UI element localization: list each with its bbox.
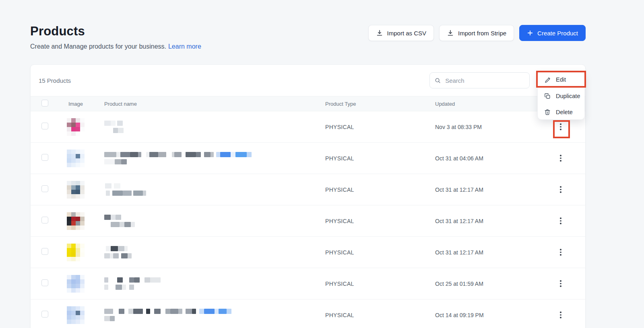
image-pixel [71, 257, 76, 261]
redacted-product-name [91, 215, 325, 227]
learn-more-link[interactable]: Learn more [168, 43, 201, 50]
row-checkbox[interactable] [41, 311, 48, 318]
redacted-block [143, 191, 146, 196]
create-product-button[interactable]: Create Product [519, 25, 586, 41]
redacted-block [131, 222, 135, 227]
redacted-block [227, 309, 231, 314]
table-row: PHYSICALOct 31 at 04:06 AM [31, 143, 585, 174]
image-pixel [80, 275, 85, 279]
row-actions-button[interactable] [553, 214, 568, 228]
redacted-block [120, 222, 124, 227]
redacted-block [134, 277, 140, 283]
image-pixel [76, 194, 80, 199]
image-pixel [80, 154, 85, 158]
redacted-product-name [91, 152, 325, 164]
row-actions-button[interactable] [553, 308, 568, 322]
page-subtitle: Create and Manage products for your busi… [30, 43, 201, 50]
image-pixel [71, 131, 76, 136]
image-pixel [71, 244, 76, 248]
table-row: PHYSICALOct 14 at 09:19 PM [31, 299, 585, 328]
image-pixel [71, 123, 76, 127]
products-count: 15 Products [39, 77, 71, 84]
image-pixel [71, 154, 76, 158]
image-pixel [80, 257, 85, 261]
image-pixel [71, 311, 76, 315]
image-pixel [67, 221, 71, 226]
image-pixel [80, 123, 85, 127]
image-pixel [80, 163, 85, 167]
kebab-dot [560, 254, 561, 256]
kebab-dot [560, 252, 561, 253]
image-pixel [80, 212, 85, 217]
redacted-block [235, 152, 247, 157]
row-actions-button[interactable] [553, 182, 568, 197]
image-pixel [71, 158, 76, 163]
redacted-block [113, 128, 118, 133]
kebab-dot [560, 249, 561, 250]
product-image [67, 306, 85, 324]
redacted-block [220, 152, 231, 157]
image-pixel [76, 257, 80, 261]
row-checkbox[interactable] [41, 123, 48, 129]
image-pixel [67, 288, 71, 293]
image-pixel [67, 252, 71, 257]
table-row: PHYSICALOct 25 at 01:59 AM [31, 268, 585, 299]
annotation-box-edit [536, 71, 586, 88]
redacted-block [111, 121, 116, 126]
redacted-block [115, 159, 121, 164]
search-box[interactable] [429, 72, 530, 88]
image-pixel [80, 320, 85, 324]
product-type: PHYSICAL [325, 281, 435, 287]
redacted-block [215, 309, 219, 314]
redacted-block [123, 277, 129, 283]
menu-item-duplicate[interactable]: Duplicate [538, 88, 584, 104]
image-pixel [80, 221, 85, 226]
redacted-block [146, 309, 150, 314]
product-type: PHYSICAL [325, 124, 435, 130]
image-pixel [71, 320, 76, 324]
redacted-block [105, 183, 111, 189]
image-pixel [76, 226, 80, 230]
redacted-block [124, 222, 131, 227]
redacted-block [231, 152, 235, 157]
row-checkbox[interactable] [41, 185, 48, 192]
redacted-block [104, 159, 115, 164]
row-actions-button[interactable] [553, 245, 568, 260]
import-stripe-button[interactable]: Import from Stripe [439, 25, 514, 41]
image-pixel [71, 279, 76, 284]
redacted-product-name [91, 183, 325, 196]
image-pixel [71, 315, 76, 320]
image-pixel [67, 244, 71, 248]
image-pixel [67, 248, 71, 252]
image-pixel [67, 185, 71, 190]
select-all-checkbox[interactable] [41, 100, 48, 107]
redacted-block [170, 309, 178, 314]
row-checkbox[interactable] [41, 248, 48, 255]
image-pixel [71, 163, 76, 167]
redacted-block [182, 309, 186, 314]
redacted-block [110, 253, 113, 258]
row-checkbox[interactable] [41, 154, 48, 161]
product-type: PHYSICAL [325, 312, 435, 318]
row-actions-button[interactable] [553, 151, 568, 166]
image-pixel [76, 279, 80, 284]
product-updated: Oct 31 at 04:06 AM [435, 155, 545, 162]
import-csv-button[interactable]: Import as CSV [368, 25, 434, 41]
redacted-block [104, 277, 108, 283]
image-pixel [80, 150, 85, 154]
image-pixel [71, 217, 76, 221]
row-checkbox[interactable] [41, 217, 48, 223]
redacted-block [111, 215, 116, 220]
page-subtitle-text: Create and Manage products for your busi… [30, 43, 166, 50]
menu-item-delete[interactable]: Delete [538, 104, 584, 120]
row-checkbox[interactable] [41, 279, 48, 286]
row-actions-button[interactable] [553, 277, 568, 291]
search-input[interactable] [444, 77, 524, 84]
redacted-block [204, 309, 215, 314]
card-header: 15 Products [31, 65, 585, 96]
redacted-text-line [104, 316, 325, 321]
image-pixel [67, 158, 71, 163]
image-pixel [67, 320, 71, 324]
redacted-block [104, 121, 111, 126]
page-title-block: Products Create and Manage products for … [30, 24, 201, 50]
